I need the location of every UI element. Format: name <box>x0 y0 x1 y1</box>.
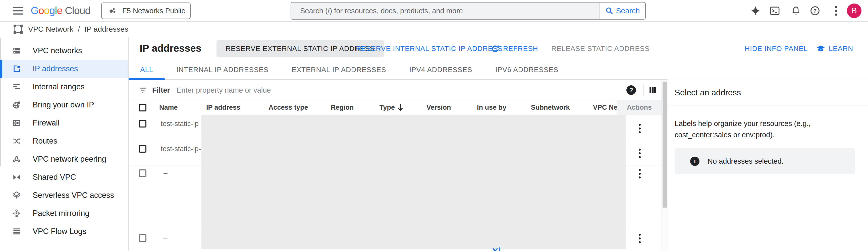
sidebar-item-vpc-flow-logs[interactable]: VPC Flow Logs <box>0 222 128 241</box>
logo-letter: o <box>38 5 44 16</box>
filter-label: Filter <box>152 86 170 94</box>
learn-label: LEARN <box>829 45 853 53</box>
account-avatar[interactable]: B <box>847 3 862 18</box>
sidebar-item-vpc-network-peering[interactable]: VPC network peering <box>0 150 128 168</box>
sort-descending-icon[interactable] <box>396 103 404 114</box>
logo-letter: e <box>57 5 62 16</box>
row-checkbox[interactable] <box>138 169 147 177</box>
info-panel-header: Select an address <box>668 80 868 105</box>
sidebar-item-label: IP addresses <box>33 64 78 73</box>
col-access-type[interactable]: Access type <box>269 100 308 115</box>
sidebar-item-internal-ranges[interactable]: Internal ranges <box>0 78 128 96</box>
sidebar-item-firewall[interactable]: Firewall <box>0 114 128 132</box>
info-panel-title: Select an address <box>675 88 741 97</box>
table-header-row: Name IP address Access type Region Type … <box>129 100 661 115</box>
release-static-address-button[interactable]: RELEASE STATIC ADDRESS <box>551 40 650 57</box>
row-checkbox[interactable] <box>138 234 147 242</box>
row-actions-menu-icon[interactable] <box>636 149 644 158</box>
logo-letter: G <box>31 5 38 16</box>
no-selection-notice: i No addresses selected. <box>675 148 855 174</box>
page-header: IP addresses RESERVE EXTERNAL STATIC IP … <box>129 37 868 60</box>
cloud-shell-icon[interactable] <box>769 5 781 16</box>
ip-addresses-table-card: Filter ? Name IP address Access type Reg… <box>129 80 662 251</box>
sidebar-item-ip-addresses[interactable]: IP addresses <box>0 60 128 78</box>
project-selector[interactable]: F5 Networks Public <box>101 2 191 19</box>
col-region[interactable]: Region <box>331 100 354 115</box>
flow-logs-icon <box>12 227 21 236</box>
tab-ipv4-addresses[interactable]: IPV4 ADDRESSES <box>398 60 484 79</box>
breadcrumb-separator: / <box>78 25 80 33</box>
table-scrollbar-thumb[interactable] <box>662 82 667 208</box>
filter-help-icon[interactable]: ? <box>626 85 636 95</box>
project-hexagons-icon <box>108 6 117 15</box>
search-button[interactable]: Search <box>599 2 645 19</box>
tab-internal-ip-addresses[interactable]: INTERNAL IP ADDRESSES <box>165 60 280 79</box>
filter-bar: Filter ? <box>129 80 661 100</box>
tab-ipv6-addresses[interactable]: IPV6 ADDRESSES <box>484 60 570 79</box>
internal-ranges-icon <box>12 82 21 91</box>
redacted-region <box>202 115 626 249</box>
select-all-checkbox[interactable] <box>138 104 147 112</box>
sidebar-item-vpc-networks[interactable]: VPC networks <box>0 42 128 60</box>
sidebar-item-label: VPC Flow Logs <box>33 227 86 236</box>
col-subnetwork[interactable]: Subnetwork <box>531 100 570 115</box>
col-version[interactable]: Version <box>427 100 451 115</box>
row-actions-menu-icon[interactable] <box>636 234 644 243</box>
gcp-console: Google Cloud F5 Networks Public Search <box>0 0 868 251</box>
row-checkbox[interactable] <box>138 145 147 153</box>
sidebar-item-label: Shared VPC <box>33 173 76 182</box>
gemini-icon[interactable] <box>750 5 761 16</box>
sidebar-item-packet-mirroring[interactable]: Packet mirroring <box>0 204 128 222</box>
firewall-icon <box>12 119 21 127</box>
row-checkbox[interactable] <box>138 120 147 127</box>
sidebar-item-label: Firewall <box>33 119 60 127</box>
filter-input[interactable] <box>177 86 626 94</box>
row-actions-menu-icon[interactable] <box>636 169 644 179</box>
col-ip-address[interactable]: IP address <box>206 100 240 115</box>
filter-icon <box>138 86 147 94</box>
no-selection-text: No addresses selected. <box>708 157 784 165</box>
learn-school-icon <box>816 44 825 53</box>
sidebar-item-routes[interactable]: Routes <box>0 132 128 150</box>
refresh-button[interactable]: REFRESH <box>491 40 538 57</box>
column-display-options-icon[interactable] <box>644 86 661 95</box>
sidebar-item-serverless-vpc-access[interactable]: Serverless VPC access <box>0 186 128 204</box>
hamburger-icon <box>12 6 24 15</box>
learn-button[interactable]: LEARN <box>816 40 853 57</box>
search-input[interactable] <box>291 2 599 19</box>
page-title: IP addresses <box>140 43 202 54</box>
tab-all[interactable]: ALL <box>129 60 165 79</box>
vpc-network-sidebar: VPC networks IP addresses Internal range… <box>0 37 129 251</box>
reserve-internal-static-ip-button[interactable]: RESERVE INTERNAL STATIC IP ADDRESS <box>356 40 502 57</box>
spark-icon <box>750 5 761 16</box>
col-in-use-by[interactable]: In use by <box>477 100 506 115</box>
col-name[interactable]: Name <box>159 100 178 115</box>
col-vpc-network-truncated[interactable]: VPC Net <box>593 100 620 115</box>
hide-info-panel-button[interactable]: HIDE INFO PANEL <box>745 40 808 57</box>
breadcrumb-page: IP addresses <box>84 25 128 33</box>
search-button-label: Search <box>616 6 640 15</box>
dns-icon <box>12 46 21 55</box>
row-name: – <box>163 234 167 242</box>
sidebar-item-label: VPC network peering <box>33 155 106 164</box>
info-glyph: i <box>694 158 696 165</box>
menu-icon[interactable] <box>11 5 25 16</box>
col-actions: Actions <box>617 100 661 115</box>
refresh-label: REFRESH <box>503 45 538 53</box>
info-icon: i <box>690 157 700 166</box>
row-actions-menu-icon[interactable] <box>636 124 644 133</box>
routes-icon <box>12 136 21 146</box>
tab-external-ip-addresses[interactable]: EXTERNAL IP ADDRESSES <box>280 60 398 79</box>
peering-icon <box>12 155 21 164</box>
project-name: F5 Networks Public <box>122 7 185 15</box>
globe-icon <box>12 100 21 109</box>
sidebar-item-bring-your-own-ip[interactable]: Bring your own IP <box>0 96 128 114</box>
col-type[interactable]: Type <box>379 100 395 115</box>
packet-mirroring-icon <box>12 209 21 218</box>
breadcrumb-section[interactable]: VPC Network <box>28 25 73 33</box>
sidebar-item-shared-vpc[interactable]: Shared VPC <box>0 168 128 186</box>
help-icon[interactable]: ? <box>809 5 821 16</box>
more-options-icon[interactable] <box>830 5 842 16</box>
vpc-network-icon <box>13 24 23 34</box>
notifications-icon[interactable] <box>790 5 802 16</box>
